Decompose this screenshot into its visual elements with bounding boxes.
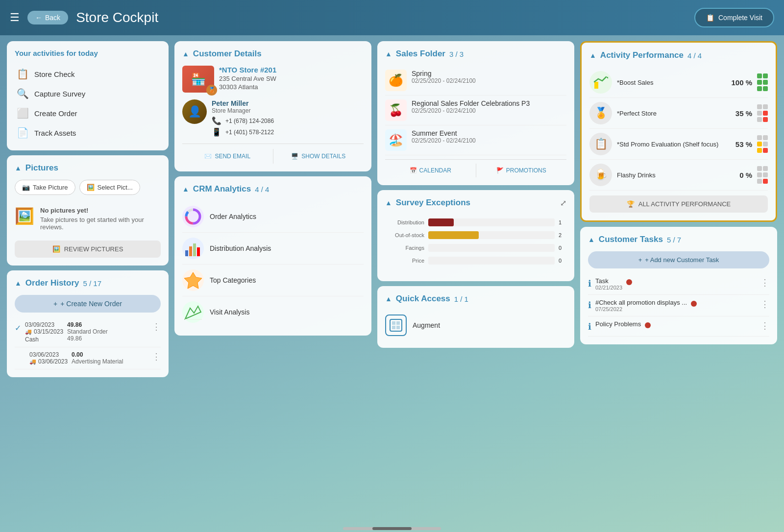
pictures-chevron-icon: ▲: [15, 164, 22, 172]
sales-summer-name: Summer Event: [412, 129, 476, 137]
order-dates: 03/09/2023 🚚03/15/2023 Cash: [25, 321, 63, 343]
create-order-plus-icon: +: [53, 300, 57, 308]
activity-perf-title: Activity Performance: [600, 50, 684, 60]
crm-item-order-analytics[interactable]: Order Analytics: [182, 201, 364, 233]
order-date-2: 03/06/2023: [29, 351, 59, 358]
back-button[interactable]: ← Back: [27, 11, 68, 24]
task-3-status-dot: [645, 322, 651, 328]
capture-survey-label: Capture Survey: [34, 90, 85, 98]
create-new-order-button[interactable]: + + Create New Order: [15, 295, 161, 313]
crm-top-categories-label: Top Categories: [210, 276, 256, 284]
order-delivery-2: 03/06/2023: [38, 358, 68, 365]
quick-item-augment[interactable]: Augment: [385, 311, 566, 340]
chart-bar-wrap-facings: [428, 244, 555, 252]
chart-bar-outofstock: [428, 231, 479, 239]
calendar-icon: 📅: [410, 167, 417, 174]
review-icon: 🖼️: [52, 245, 60, 253]
quick-access-chevron-icon: ▲: [385, 295, 392, 303]
back-label: Back: [45, 14, 60, 22]
svg-rect-11: [390, 319, 402, 331]
all-activity-performance-button[interactable]: 🏆 ALL ACTIVITY PERFORMANCE: [589, 195, 768, 213]
chart-label-distribution: Distribution: [385, 219, 424, 225]
survey-exceptions-header: ▲ Survey Exceptions ⤢: [385, 198, 566, 208]
show-details-button[interactable]: 🖥️ SHOW DETAILS: [273, 149, 364, 164]
calendar-button[interactable]: 📅 CALENDAR: [385, 164, 476, 177]
top-categories-icon: [182, 269, 204, 291]
pic-buttons-row: 📷 Take Picture 🖼️ Select Pict...: [15, 180, 161, 195]
activities-card: Your activities for today 📋 Store Check …: [7, 41, 169, 150]
crm-item-visit-analysis[interactable]: Visit Analysis: [182, 296, 364, 328]
sales-spring-name: Spring: [412, 70, 476, 77]
task-1-more-icon[interactable]: ⋮: [760, 277, 769, 288]
task-3-more-icon[interactable]: ⋮: [760, 320, 769, 331]
no-pictures-area: 🖼️ No pictures yet! Take pictures to get…: [15, 202, 161, 236]
crm-item-top-categories[interactable]: Top Categories: [182, 265, 364, 296]
activity-capture-survey[interactable]: 🔍 Capture Survey: [15, 84, 161, 103]
customer-details-title: Customer Details: [193, 49, 262, 59]
review-label: REVIEW PICTURES: [64, 245, 123, 253]
sales-regional-info: Regional Sales Folder Celebrations P3 02…: [412, 99, 530, 114]
track-assets-icon: 📄: [17, 127, 28, 139]
order-more-icon-2[interactable]: ⋮: [152, 351, 161, 362]
activity-track-assets[interactable]: 📄 Track Assets: [15, 123, 161, 143]
menu-icon[interactable]: ☰: [10, 11, 20, 24]
task-info-icon-2: ℹ: [588, 300, 591, 311]
activity-store-check[interactable]: 📋 Store Check: [15, 64, 161, 84]
send-email-label: SEND EMAIL: [215, 153, 250, 160]
sales-folder-header: ▲ Sales Folder 3 / 3: [385, 49, 566, 59]
left-column: Your activities for today 📋 Store Check …: [7, 41, 169, 526]
customer-tasks-count: 5 / 7: [667, 236, 681, 244]
medal-badge: 🥉: [206, 85, 217, 96]
add-customer-task-button[interactable]: + + Add new Customer Task: [588, 251, 769, 268]
task-1-name: Task: [595, 277, 622, 285]
survey-exceptions-chevron-icon: ▲: [385, 199, 392, 207]
calendar-label: CALENDAR: [419, 167, 451, 174]
person-avatar: 👤: [182, 99, 207, 124]
contact-phone1: 📞 +1 (678) 124-2086: [212, 116, 274, 125]
promotions-button[interactable]: 🚩 PROMOTIONS: [476, 164, 567, 177]
customer-details-header: ▲ Customer Details: [182, 49, 364, 59]
activity-create-order[interactable]: ⬜ Create Order: [15, 103, 161, 123]
expand-icon[interactable]: ⤢: [560, 198, 566, 208]
sales-actions: 📅 CALENDAR 🚩 PROMOTIONS: [385, 159, 566, 177]
crm-item-distribution[interactable]: Distribution Analysis: [182, 233, 364, 265]
crm-analytics-card: ▲ CRM Analytics 4 / 4 Order Analytics: [174, 176, 371, 336]
order-more-icon-1[interactable]: ⋮: [152, 321, 161, 332]
store-check-label: Store Check: [34, 70, 75, 78]
take-picture-button[interactable]: 📷 Take Picture: [15, 180, 75, 195]
truck-icon-2: 🚚: [29, 359, 36, 365]
sales-spring-info: Spring 02/25/2020 - 02/24/2100: [412, 70, 476, 84]
select-picture-button[interactable]: 🖼️ Select Pict...: [79, 180, 140, 195]
survey-exceptions-title: Survey Exceptions: [396, 198, 470, 208]
task-info-icon-1: ℹ: [588, 278, 591, 289]
review-pictures-button[interactable]: 🖼️ REVIEW PICTURES: [15, 241, 161, 258]
svg-rect-12: [392, 321, 395, 325]
activities-title: Your activities for today: [15, 49, 161, 57]
back-arrow-icon: ←: [35, 14, 42, 22]
task-3-name: Policy Problems: [595, 320, 641, 328]
perf-item-std-promo: 📋 *Std Promo Evaluation (Shelf focus) 53…: [589, 129, 768, 160]
complete-visit-button[interactable]: 📋 Complete Visit: [694, 8, 774, 27]
svg-rect-15: [396, 326, 400, 329]
chart-bar-wrap-outofstock: [428, 231, 555, 239]
sales-folder-card: ▲ Sales Folder 3 / 3 🍊 Spring 02/25/2020…: [377, 41, 574, 185]
order-history-header: ▲ Order History 5 / 17: [15, 278, 161, 288]
order-amount-2: 0.00: [72, 351, 148, 358]
sales-item-regional: 🍒 Regional Sales Folder Celebrations P3 …: [385, 96, 566, 125]
task-2-more-icon[interactable]: ⋮: [760, 299, 769, 310]
perfect-store-icon: 🏅: [589, 102, 612, 124]
std-promo-name: *Std Promo Evaluation (Shelf focus): [617, 141, 724, 148]
flashy-drinks-pct: 0 %: [729, 171, 752, 179]
no-pic-icon: 🖼️: [15, 207, 34, 225]
visit-analysis-icon: [182, 301, 204, 323]
order-delivery-1: 03/15/2023: [34, 328, 63, 335]
task-2-status-dot: [691, 301, 697, 307]
std-promo-bars: [757, 135, 768, 153]
regional-icon: 🍒: [385, 99, 407, 121]
svg-rect-5: [189, 246, 192, 256]
send-email-button[interactable]: ✉️ SEND EMAIL: [182, 149, 273, 164]
boost-sales-icon: [589, 71, 612, 94]
chart-bar-wrap-distribution: [428, 218, 555, 226]
task-1-info: Task 02/21/2023: [595, 277, 622, 290]
quick-access-header: ▲ Quick Access 1 / 1: [385, 294, 566, 304]
